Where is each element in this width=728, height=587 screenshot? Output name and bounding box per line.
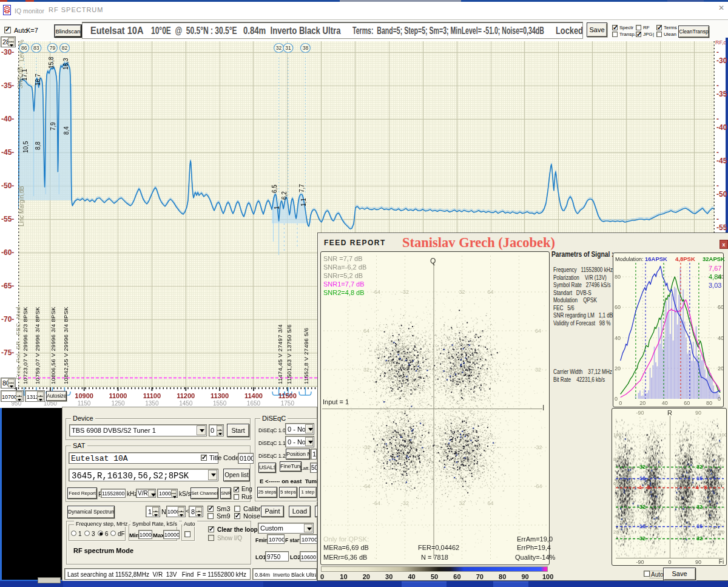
svg-text:79: 79 — [50, 45, 56, 51]
svg-text:32: 32 — [276, 45, 282, 51]
svg-text:86: 86 — [21, 45, 27, 51]
svg-text:31: 31 — [285, 45, 291, 51]
svg-text:82: 82 — [62, 45, 68, 51]
svg-text:38: 38 — [303, 45, 309, 51]
svg-text:83: 83 — [33, 45, 39, 51]
